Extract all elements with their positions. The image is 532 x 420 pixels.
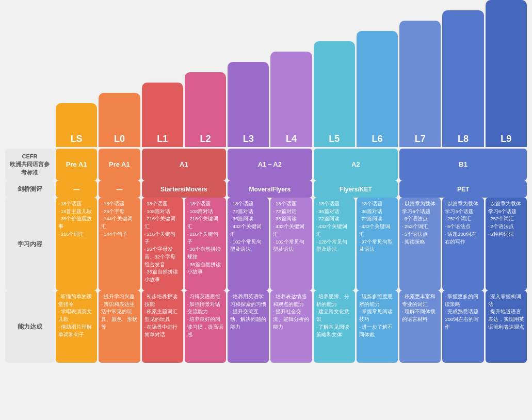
content-item: 102个常见句型及语法 (273, 238, 309, 253)
content-item: 以篇章为载体学习6个话题 (445, 200, 481, 215)
level-header-L3: L3 (228, 62, 269, 147)
ability-cell-7: 锻炼多维度思辨的能力掌握常见阅读技巧进一步了解不同体裁 (357, 290, 398, 363)
ability-item: 锻炼多维度思辨的能力 (359, 293, 395, 308)
content-cell-7: 18个话题36篇对话72篇阅读432个关键词汇97个常见句型及语法 (357, 198, 398, 290)
content-item: 252个词汇 (445, 215, 481, 223)
content-item: 以篇章为载体学习6个话题 (488, 200, 524, 215)
cefr-cell-1: Pre A1 (99, 149, 140, 181)
ability-cell-3: 习得英语思维加强情景对话交流能力培养良好的阅读习惯，提高语感 (185, 290, 226, 363)
cefr-label: CEFR 欧洲共同语言参考标准 (5, 149, 54, 181)
content-item: 6个语法点 (402, 215, 438, 223)
content-item: 阅读策略 (402, 238, 438, 246)
content-item: 18个话题 (230, 200, 266, 208)
ability-item: 理解不同体载的语言材料 (402, 308, 438, 323)
content-item: 108篇对话 (187, 208, 223, 216)
main-container: LSL0L1L2L3L4L5L6L7L8L9 CEFR 欧洲共同语言参考标准 P… (0, 0, 532, 368)
content-item: 108篇对话 (144, 208, 181, 216)
content-item: 36篇对话 (316, 208, 352, 216)
ability-item: 积累更丰富和专业的词汇 (402, 293, 438, 308)
content-cell-4: 18个话题72篇对话36篇阅读432个关键词汇102个常见句型及语法 (228, 198, 269, 290)
content-row: 学习内容 18个话题18首主题儿歌36个价值观故事216个词汇18个话题26个字… (5, 198, 527, 290)
ability-item: 加强情景对话交流能力 (187, 301, 223, 316)
level-header-L4: L4 (270, 52, 312, 147)
content-item: 252个词汇 (488, 215, 524, 223)
ability-cell-0: 听懂简单的课堂指令学唱表演英文儿歌借助图片理解单词和句子 (56, 290, 97, 363)
cambridge-cell-4: Flyers/KET (314, 181, 398, 198)
content-cell-8: 以篇章为载体学习6个话题6个语法点253个词汇5个语法点阅读策略 (399, 198, 441, 290)
content-item: 18个话题 (359, 200, 395, 208)
content-item: 72篇阅读 (359, 215, 395, 223)
content-item: 216个关键词汇 (144, 215, 181, 230)
ability-item: 提升社会交流、逻辑分析的能力 (273, 308, 309, 331)
content-item: 2个语法点 (488, 223, 524, 231)
content-item: 72篇阅读 (316, 215, 352, 223)
level-header-L1: L1 (142, 83, 183, 147)
content-item: 18个话题 (187, 200, 223, 208)
ability-item: 辨识和表达生活中常见的玩具、颜色、形状等 (101, 301, 137, 331)
ability-item: 借助图片理解单词和句子 (58, 324, 94, 338)
content-cell-2: 18个话题108篇对话216个关键词汇216个关键句子26个字母发音、32个字母… (142, 198, 183, 290)
level-header-L2: L2 (185, 72, 226, 147)
level-header-L9: L9 (486, 0, 527, 147)
ability-item: 初步培养拼读技能 (144, 293, 181, 308)
content-cell-10: 以篇章为载体学习6个话题252个词汇2个语法点6种构词法 (486, 198, 527, 290)
content-cell-5: 18个话题72篇对话36篇阅读432个关键词汇102个常见句型及语法 (270, 198, 312, 290)
ability-item: 学唱表演英文儿歌 (58, 308, 94, 323)
content-item: 36个价值观故事 (58, 215, 94, 230)
ability-cell-1: 提升学习兴趣辨识和表达生活中常见的玩具、颜色、形状等 (99, 290, 140, 363)
ability-cell-5: 培养表达情感和观点的能力提升社会交流、逻辑分析的能力 (270, 290, 312, 363)
ability-item: 培养表达情感和观点的能力 (273, 293, 309, 308)
content-item: 97个常见句型及语法 (359, 238, 395, 253)
content-item: 102个常见句型及语法 (230, 238, 266, 253)
ability-item: 掌握更多的阅读策略 (445, 293, 481, 308)
content-item: 18首主题儿歌 (58, 208, 94, 216)
level-header-L8: L8 (442, 10, 483, 147)
content-item: 18个话题 (273, 200, 309, 208)
ability-item: 在场景中进行简单对话 (144, 324, 181, 338)
content-item: 36篇自然拼读小故事 (187, 261, 223, 276)
cambridge-cell-5: PET (399, 181, 527, 198)
level-header-L7: L7 (399, 21, 441, 147)
content-item: 18个话题 (101, 200, 137, 208)
cambridge-cell-0: — (56, 181, 97, 198)
content-cell-1: 18个话题26个字母144个关键词汇144个句子 (99, 198, 140, 290)
ability-item: 培养用英语学习和探索的习惯 (230, 293, 266, 308)
content-item: 6个语法点 (445, 223, 481, 231)
cefr-cell-4: A2 (314, 149, 398, 181)
content-item: 432个关键词汇 (273, 223, 309, 238)
ability-item: 进一步了解不同体裁 (359, 324, 395, 338)
cefr-cell-5: B1 (399, 149, 527, 181)
content-item: 72篇对话 (273, 208, 309, 216)
ability-item: 提升交流互动、解决问题的能力 (230, 308, 266, 331)
content-item: 36篇自然拼读小故事 (144, 268, 181, 283)
content-item: 26个字母 (101, 208, 137, 216)
ability-cell-6: 培养思辨、分析的能力建立跨文化意识了解常见阅读策略和文体 (314, 290, 355, 363)
cefr-cell-3: A1－A2 (228, 149, 312, 181)
content-item: 216个关键句子 (144, 231, 181, 246)
ability-label: 能力达成 (5, 290, 54, 363)
cefr-cell-0: Pre A1 (56, 149, 97, 181)
content-cell-9: 以篇章为载体学习6个话题252个词汇6个语法点话题200词左右的写作 (442, 198, 483, 290)
cambridge-cell-2: Starters/Movers (142, 181, 227, 198)
ability-item: 习得英语思维 (187, 293, 223, 301)
content-item: 18个话题 (316, 200, 352, 208)
content-item: 38个自然拼读规律 (187, 246, 223, 261)
content-item: 5个语法点 (402, 231, 438, 238)
content-cell-0: 18个话题18首主题儿歌36个价值观故事216个词汇 (56, 198, 97, 290)
content-item: 36篇阅读 (230, 215, 266, 223)
ability-item: 培养思辨、分析的能力 (316, 293, 352, 308)
ability-item: 完成熟悉话题200词左右的写作 (445, 308, 481, 331)
cefr-cell-2: A1 (142, 149, 227, 181)
ability-cell-10: 深入掌握构词法提升地道语言表达，实现用英语流利表达观点 (486, 290, 527, 363)
content-item: 以篇章为载体学习6个话题 (402, 200, 438, 215)
content-item: 18个话题 (58, 200, 94, 208)
content-item: 216个词汇 (58, 231, 94, 238)
ability-cell-2: 初步培养拼读技能积累主题词汇型见的玩具在场景中进行简单对话 (142, 290, 183, 363)
ability-item: 积累主题词汇型见的玩具 (144, 308, 181, 323)
content-item: 216个关键句子 (187, 231, 223, 246)
ability-item: 建立跨文化意识 (316, 308, 352, 323)
content-cell-3: 18个话题108篇对话216个关键词汇216个关键句子38个自然拼读规律36篇自… (185, 198, 226, 290)
content-item: 432个关键词汇 (359, 223, 395, 238)
ability-item: 掌握常见阅读技巧 (359, 308, 395, 323)
content-label: 学习内容 (5, 198, 54, 290)
